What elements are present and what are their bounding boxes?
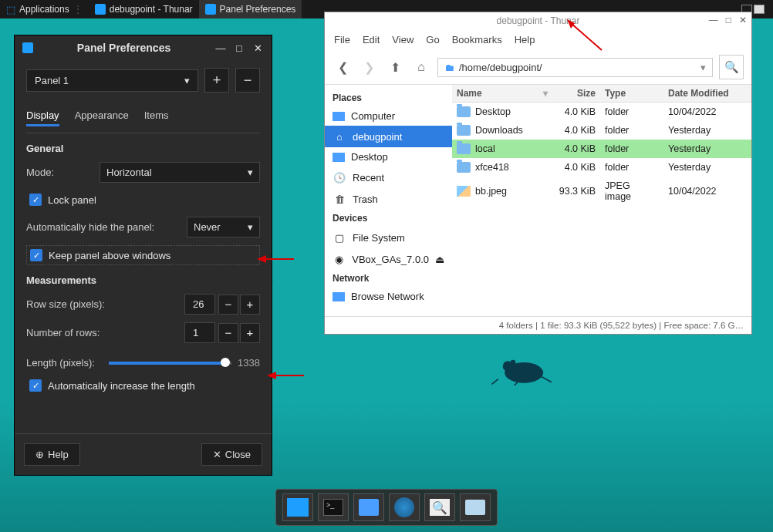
add-panel-button[interactable]: + [204,68,229,93]
chevron-down-icon[interactable]: ▾ [700,62,706,73]
close-button[interactable]: ✕ Close [201,443,262,466]
decrement-button[interactable]: − [218,323,238,343]
tab-display[interactable]: Display [26,106,59,126]
back-button[interactable]: ❮ [332,57,353,77]
home-icon: ⌂ [332,130,346,143]
increment-button[interactable]: + [240,295,260,315]
folder-icon [457,106,471,117]
file-row[interactable]: bb.jpeg93.3 KiBJPEG image10/04/2022 [452,177,751,206]
search-button[interactable]: 🔍 [719,55,744,79]
dock-show-desktop[interactable] [282,493,313,521]
file-row[interactable]: Desktop4.0 KiBfolder10/04/2022 [452,103,751,121]
sidebar-label: File System [353,232,405,244]
dock-web-browser[interactable] [389,493,420,521]
num-rows-spinner[interactable]: 1 − + [184,322,260,343]
trash-icon: 🗑 [332,192,346,206]
drive-icon: ▢ [332,231,346,244]
svg-point-7 [503,361,513,371]
general-heading: General [26,143,260,154]
file-list-header: Name▾ Size Type Date Modified [452,85,751,103]
sidebar-vbox[interactable]: ◉VBox_GAs_7.0.0⏏ [325,248,452,270]
row-size-label: Row size (pixels): [26,298,184,310]
menu-view[interactable]: View [392,34,414,45]
slider-thumb[interactable] [221,358,230,367]
slider-fill [109,362,225,365]
keep-above-checkbox[interactable]: ✓ Keep panel above windows [26,245,260,265]
tab-appearance[interactable]: Appearance [75,106,129,126]
applications-menu[interactable]: ⬚ Applications ⋮ [0,0,89,19]
menu-help[interactable]: Help [515,34,535,45]
file-type: folder [600,140,663,158]
desktop-icon [332,153,345,162]
file-row[interactable]: xfce4184.0 KiBfolderYesterday [452,158,751,177]
dock-terminal[interactable] [318,493,349,521]
sort-icon: ▾ [543,88,548,99]
close-button[interactable]: ✕ [251,42,264,54]
num-rows-value: 1 [184,322,215,343]
path-bar[interactable]: 🖿 /home/debugpoint/ ▾ [437,58,713,77]
thunar-menubar: File Edit View Go Bookmarks Help [325,29,751,50]
dock-directory[interactable] [460,493,491,521]
home-button[interactable]: ⌂ [411,57,431,77]
taskbar-item-thunar[interactable]: debugpoint - Thunar [89,0,199,19]
dock-app-finder[interactable]: 🔍 [424,493,455,521]
autohide-dropdown[interactable]: Never ▾ [187,217,260,237]
col-date[interactable]: Date Modified [663,85,741,102]
file-row[interactable]: local4.0 KiBfolderYesterday [452,140,751,158]
minimize-button[interactable]: — [214,42,227,54]
file-name: xfce418 [475,162,509,173]
dock-file-manager[interactable] [353,493,384,521]
minimize-icon[interactable]: — [709,15,718,25]
sidebar-trash[interactable]: 🗑Trash [325,188,452,210]
menu-bookmarks[interactable]: Bookmarks [452,34,502,45]
remove-panel-button[interactable]: − [235,68,260,93]
length-slider[interactable] [109,362,231,365]
menu-file[interactable]: File [334,34,350,45]
prefs-titlebar[interactable]: Panel Preferences — □ ✕ [15,35,272,60]
thunar-title: debugpoint - Thunar [497,15,580,26]
thunar-main: Places Computer ⌂debugpoint Desktop 🕓Rec… [325,85,751,316]
help-button[interactable]: ⊕ Help [24,443,80,466]
row-size-spinner[interactable]: 26 − + [184,294,260,315]
forward-button[interactable]: ❯ [359,57,379,77]
tab-items[interactable]: Items [144,106,169,126]
mode-dropdown[interactable]: Horizontal ▾ [100,162,260,183]
file-row[interactable]: Downloads4.0 KiBfolderYesterday [452,121,751,140]
auto-increase-checkbox[interactable]: ✓ Automatically increase the length [26,376,260,395]
sidebar-home[interactable]: ⌂debugpoint [325,126,452,147]
annotation-arrow-3 [267,369,305,382]
sidebar-filesystem[interactable]: ▢File System [325,227,452,248]
measurements-heading: Measurements [26,274,260,286]
col-type[interactable]: Type [600,85,663,102]
menu-go[interactable]: Go [426,34,439,45]
file-date: Yesterday [663,158,741,177]
workspace-2[interactable] [754,5,765,14]
search-icon: 🔍 [724,60,739,74]
taskbar-item-panel-prefs[interactable]: Panel Preferences [199,0,302,19]
svg-line-9 [540,376,552,382]
apps-label: Applications [19,4,69,15]
menu-edit[interactable]: Edit [363,34,380,45]
increment-button[interactable]: + [240,323,260,343]
col-name[interactable]: Name▾ [452,85,552,102]
thunar-titlebar[interactable]: debugpoint - Thunar — □ ✕ [325,12,751,29]
places-header: Places [325,89,452,106]
eject-icon[interactable]: ⏏ [435,254,444,265]
maximize-button[interactable]: □ [233,42,245,54]
maximize-icon[interactable]: □ [726,15,731,25]
col-size[interactable]: Size [552,85,600,102]
thunar-window: debugpoint - Thunar — □ ✕ File Edit View… [324,12,752,335]
row-size-value: 26 [184,294,215,315]
sidebar-recent[interactable]: 🕓Recent [325,167,452,188]
folder-icon [465,500,485,515]
sidebar-computer[interactable]: Computer [325,106,452,126]
lock-panel-checkbox[interactable]: ✓ Lock panel [26,190,260,209]
decrement-button[interactable]: − [218,295,238,315]
sidebar-desktop[interactable]: Desktop [325,147,452,167]
up-button[interactable]: ⬆ [385,57,405,77]
panel-prefs-icon [205,4,216,15]
sidebar-label: Computer [351,110,395,122]
sidebar-browse-network[interactable]: Browse Network [325,287,452,306]
close-icon[interactable]: ✕ [739,15,747,25]
panel-selector[interactable]: Panel 1 ▾ [26,69,198,92]
